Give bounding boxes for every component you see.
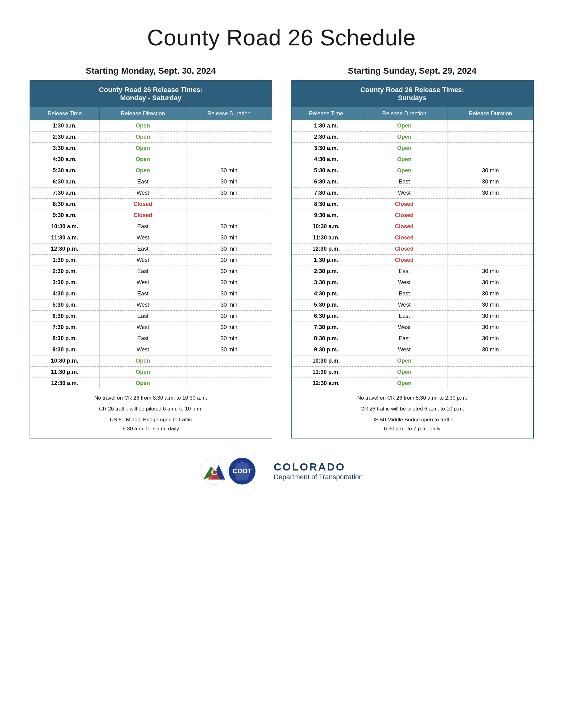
cell-duration — [448, 132, 533, 143]
cell-duration — [448, 243, 533, 255]
cell-duration: 30 min — [186, 277, 272, 288]
cell-time: 1:30 p.m. — [30, 255, 100, 266]
cell-direction: West — [99, 299, 186, 311]
table-row: 3:30 a.m.Open — [30, 143, 272, 154]
table-row: 1:30 a.m.Open — [30, 120, 272, 132]
right-col-dir: Release Direction — [361, 107, 448, 120]
table-row: 2:30 a.m.Open — [291, 132, 533, 143]
table-row: 10:30 a.m.East30 min — [30, 221, 272, 232]
table-row: 9:30 p.m.West30 min — [291, 344, 533, 355]
cdot-logo: CDOT ™ — [228, 457, 256, 485]
cell-duration — [448, 232, 533, 243]
cell-time: 4:30 p.m. — [291, 288, 361, 299]
cell-direction: West — [99, 277, 186, 288]
logo-group: C CDOT ™ — [200, 457, 256, 485]
cell-time: 3:30 a.m. — [291, 143, 361, 154]
table-row: 4:30 a.m.Open — [291, 154, 533, 165]
cell-time: 9:30 p.m. — [291, 344, 361, 355]
table-row: 2:30 a.m.Open — [30, 132, 272, 143]
cell-duration — [448, 355, 533, 367]
cell-duration: 30 min — [448, 311, 533, 322]
cell-time: 11:30 p.m. — [291, 367, 361, 378]
left-heading: Starting Monday, Sept. 30, 2024 — [30, 66, 272, 76]
cell-time: 1:30 a.m. — [30, 120, 100, 132]
table-row: 8:30 p.m.East30 min — [291, 333, 533, 344]
table-row: 6:30 a.m.East30 min — [291, 176, 533, 188]
cell-time: 9:30 p.m. — [30, 344, 100, 355]
cell-time: 11:30 a.m. — [30, 232, 100, 243]
cell-duration — [448, 378, 533, 389]
right-notes: No travel on CR 26 from 8:30 a.m. to 2:3… — [291, 389, 534, 438]
table-row: 12:30 a.m.Open — [30, 378, 272, 389]
cell-duration — [186, 367, 272, 378]
cell-duration: 30 min — [186, 266, 272, 277]
right-schedule: Starting Sunday, Sept. 29, 2024 County R… — [291, 66, 534, 438]
table-row: 5:30 a.m.Open30 min — [30, 165, 272, 176]
cell-time: 5:30 a.m. — [30, 165, 100, 176]
cell-time: 6:30 p.m. — [30, 311, 100, 322]
cell-direction: West — [99, 188, 186, 199]
cell-duration: 30 min — [186, 311, 272, 322]
cell-duration: 30 min — [186, 188, 272, 199]
table-row: 3:30 p.m.West30 min — [30, 277, 272, 288]
svg-text:C: C — [211, 467, 217, 477]
cell-time: 10:30 a.m. — [291, 221, 361, 232]
left-table-title: County Road 26 Release Times: Monday - S… — [30, 81, 272, 107]
svg-text:CDOT: CDOT — [232, 467, 252, 475]
cell-duration — [186, 120, 272, 132]
cell-time: 6:30 p.m. — [291, 311, 361, 322]
cell-direction: East — [99, 311, 186, 322]
cell-direction: Open — [361, 367, 448, 378]
cell-direction: East — [99, 243, 186, 255]
cell-duration: 30 min — [448, 344, 533, 355]
cell-duration: 30 min — [448, 288, 533, 299]
table-row: 11:30 a.m.Closed — [291, 232, 533, 243]
cell-direction: Open — [361, 120, 448, 132]
cell-time: 3:30 p.m. — [30, 277, 100, 288]
cell-time: 8:30 a.m. — [291, 199, 361, 210]
cell-time: 4:30 a.m. — [291, 154, 361, 165]
right-note1: No travel on CR 26 from 8:30 a.m. to 2:3… — [297, 394, 528, 403]
cell-direction: West — [361, 188, 448, 199]
cell-duration: 30 min — [186, 333, 272, 344]
dept-name: Department of Transportation — [273, 473, 363, 481]
table-row: 4:30 a.m.Open — [30, 154, 272, 165]
right-note2: CR 26 traffic will be piloted 6 a.m. to … — [297, 405, 528, 414]
cell-direction: Closed — [361, 221, 448, 232]
left-table: County Road 26 Release Times: Monday - S… — [30, 80, 272, 389]
cell-direction: Open — [99, 154, 186, 165]
table-row: 11:30 p.m.Open — [291, 367, 533, 378]
cell-time: 9:30 a.m. — [30, 210, 100, 221]
table-row: 12:30 p.m.East30 min — [30, 243, 272, 255]
cell-time: 10:30 p.m. — [30, 355, 100, 367]
cell-direction: Open — [99, 367, 186, 378]
cell-direction: Open — [99, 132, 186, 143]
left-schedule: Starting Monday, Sept. 30, 2024 County R… — [30, 66, 272, 438]
table-row: 7:30 p.m.West30 min — [291, 322, 533, 333]
cell-direction: Open — [361, 132, 448, 143]
cell-time: 10:30 a.m. — [30, 221, 100, 232]
cell-duration: 30 min — [186, 221, 272, 232]
cell-time: 11:30 p.m. — [30, 367, 100, 378]
table-row: 11:30 a.m.West30 min — [30, 232, 272, 243]
table-row: 6:30 p.m.East30 min — [30, 311, 272, 322]
cell-direction: Open — [361, 355, 448, 367]
cell-time: 1:30 p.m. — [291, 255, 361, 266]
cell-time: 3:30 p.m. — [291, 277, 361, 288]
cell-direction: Closed — [361, 255, 448, 266]
svg-text:™: ™ — [241, 461, 243, 464]
cell-duration: 30 min — [186, 344, 272, 355]
cell-time: 12:30 a.m. — [30, 378, 100, 389]
cell-duration: 30 min — [448, 277, 533, 288]
cell-duration — [186, 355, 272, 367]
colorado-c-logo: C — [200, 457, 228, 485]
right-note3: US 50 Middle Bridge open to traffic 6:30… — [297, 415, 528, 434]
table-row: 1:30 a.m.Open — [291, 120, 533, 132]
cell-direction: East — [361, 333, 448, 344]
table-row: 10:30 p.m.Open — [30, 355, 272, 367]
cell-direction: Closed — [361, 199, 448, 210]
table-row: 11:30 p.m.Open — [30, 367, 272, 378]
page-title: County Road 26 Schedule — [147, 25, 416, 50]
table-row: 4:30 p.m.East30 min — [30, 288, 272, 299]
cell-duration — [186, 199, 272, 210]
